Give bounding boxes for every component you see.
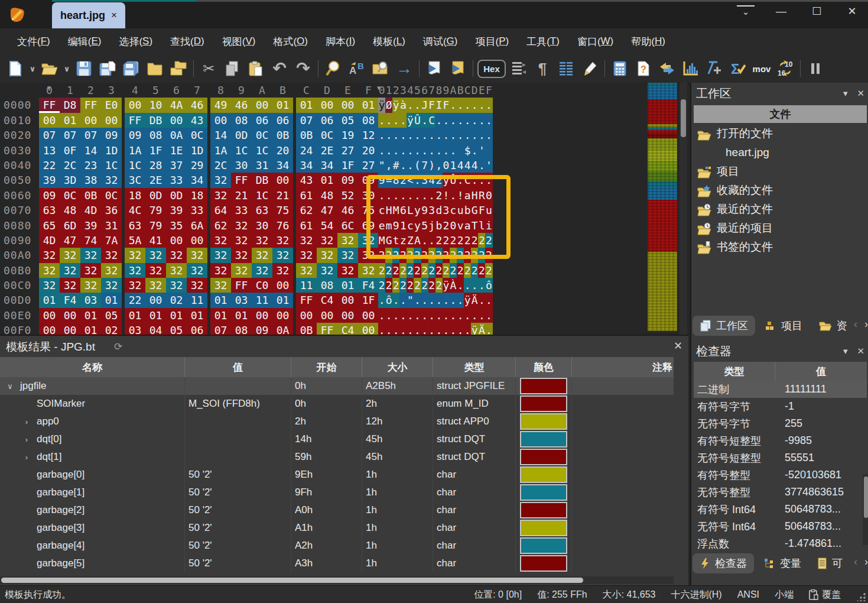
ascii-char[interactable]: . <box>399 158 407 173</box>
file-tab-close-icon[interactable]: × <box>111 9 117 21</box>
ascii-char[interactable]: . <box>457 173 464 187</box>
cell-name[interactable]: garbage[2] <box>0 501 185 519</box>
hex-byte[interactable]: 63 <box>39 203 60 218</box>
hex-byte[interactable]: 01 <box>317 173 337 187</box>
hex-byte[interactable]: 0D <box>231 128 252 142</box>
hex-byte[interactable]: 21 <box>272 188 293 203</box>
menu-item-i[interactable]: 脚本(I) <box>317 28 364 54</box>
hex-byte[interactable]: 30 <box>252 218 272 233</box>
hex-byte[interactable]: 18 <box>187 188 207 203</box>
hex-byte[interactable]: 0D <box>145 188 166 203</box>
ascii-char[interactable]: . <box>457 98 464 112</box>
hex-byte[interactable]: 27 <box>358 158 379 173</box>
ascii-char[interactable]: . <box>464 278 471 293</box>
find-in-files-icon[interactable] <box>369 57 392 80</box>
column-mode-icon[interactable] <box>554 57 578 80</box>
hex-byte[interactable]: 0C <box>187 128 207 142</box>
highlight-icon[interactable] <box>578 57 602 80</box>
column-header[interactable]: 大小 <box>362 357 433 377</box>
hex-byte[interactable]: 32 <box>101 263 122 278</box>
ascii-char[interactable]: . <box>428 188 435 203</box>
inspector-tab-variables[interactable]: 变量 <box>756 553 808 573</box>
hex-byte[interactable]: 7A <box>101 233 122 248</box>
ascii-char[interactable]: . <box>399 293 407 307</box>
hex-byte[interactable]: 00 <box>296 308 317 323</box>
hex-byte[interactable]: 6C <box>337 218 358 233</box>
hex-byte[interactable]: 43 <box>296 173 317 187</box>
ascii-char[interactable]: . <box>421 293 428 307</box>
ascii-char[interactable]: ÿ <box>378 98 385 112</box>
hex-byte[interactable]: 00 <box>187 233 207 248</box>
ascii-char[interactable]: R <box>478 188 485 203</box>
menu-item-d[interactable]: 查找(D) <box>161 28 213 54</box>
inspector-value[interactable]: -1.474861... <box>781 535 867 552</box>
ascii-char[interactable]: . <box>478 158 485 173</box>
ascii-char[interactable]: 2 <box>378 278 385 293</box>
table-row[interactable]: garbage[5]50 '2'A3h1hchar <box>0 555 674 572</box>
ascii-char[interactable]: . <box>464 128 471 142</box>
hex-byte[interactable]: 75 <box>358 203 379 218</box>
ascii-char[interactable]: 2 <box>464 233 471 248</box>
ascii-char[interactable]: Z <box>407 233 414 248</box>
ascii-char[interactable]: . <box>421 233 428 248</box>
hex-byte[interactable]: 14 <box>210 128 231 142</box>
hex-byte[interactable]: 01 <box>272 98 293 112</box>
hex-byte[interactable]: 0D <box>166 188 187 203</box>
ascii-char[interactable]: F <box>478 203 485 218</box>
hex-byte[interactable]: 01 <box>101 293 122 307</box>
hex-byte[interactable]: 00 <box>39 308 60 323</box>
hex-byte[interactable]: 1C <box>101 158 122 173</box>
ascii-char[interactable]: . <box>457 293 464 307</box>
ascii-char[interactable]: . <box>392 308 399 323</box>
cell-name[interactable]: garbage[4] <box>0 537 185 555</box>
cell-comment[interactable] <box>572 466 674 484</box>
disassembly-icon[interactable]: mov <box>750 57 773 80</box>
swap-byte-order-icon[interactable] <box>655 57 679 80</box>
hex-byte[interactable]: 32 <box>125 263 145 278</box>
find-icon[interactable] <box>321 57 345 80</box>
inspector-row[interactable]: 无符号整型3774863615 <box>694 484 867 501</box>
ascii-char[interactable]: . <box>464 113 471 128</box>
ascii-char[interactable]: y <box>414 218 421 233</box>
hex-byte[interactable]: C0 <box>252 278 272 293</box>
cell-color[interactable] <box>516 484 572 501</box>
hex-row[interactable]: 00E000000105010101010101000000000000....… <box>0 308 644 323</box>
menu-item-g[interactable]: 调试(G) <box>414 28 467 54</box>
ascii-char[interactable]: . <box>428 128 435 142</box>
workspace-item[interactable]: 收藏的文件 <box>691 181 868 200</box>
cell-color[interactable] <box>516 501 572 519</box>
ascii-char[interactable]: . <box>399 188 407 203</box>
ascii-char[interactable]: . <box>471 173 478 187</box>
ascii-char[interactable]: 3 <box>428 203 435 218</box>
refresh-icon[interactable]: ⟳ <box>114 341 122 353</box>
hex-byte[interactable]: 32 <box>166 263 187 278</box>
table-row[interactable]: garbage[3]50 '2'A1h1hchar <box>0 519 674 537</box>
ascii-char[interactable]: 2 <box>443 218 450 233</box>
cell-start[interactable]: 9Fh <box>291 484 362 501</box>
ascii-char[interactable]: . <box>399 128 407 142</box>
checksum-icon[interactable]: Σ <box>726 57 750 80</box>
ascii-char[interactable]: H <box>385 203 392 218</box>
scrollbar-thumb[interactable] <box>681 99 686 137</box>
hex-byte[interactable]: 32 <box>337 233 358 248</box>
hex-row[interactable]: 0030130F141D1A1F1E1D1A1C1C20242E2720....… <box>0 143 644 158</box>
histogram-icon[interactable] <box>679 57 703 80</box>
ascii-char[interactable]: 2 <box>392 248 399 262</box>
ascii-char[interactable]: 2 <box>471 263 478 278</box>
resize-grip[interactable] <box>857 593 866 601</box>
hex-byte[interactable]: 32 <box>166 248 187 262</box>
hex-byte[interactable]: 11 <box>187 293 207 307</box>
hex-row[interactable]: 0050393D38323C2E333432FFDB00430109099=82… <box>0 173 644 187</box>
inspector-scrollbar[interactable] <box>863 474 868 545</box>
ascii-char[interactable]: . <box>407 308 414 323</box>
cell-value[interactable] <box>185 430 291 448</box>
ascii-char[interactable]: 2 <box>443 263 450 278</box>
hex-byte[interactable]: 6D <box>60 218 80 233</box>
hex-byte[interactable]: 03 <box>231 293 252 307</box>
ascii-char[interactable]: ô <box>385 293 392 307</box>
cell-value[interactable]: 50 '2' <box>185 537 291 555</box>
ascii-char[interactable]: ' <box>485 158 492 173</box>
ascii-char[interactable]: ÿ <box>464 293 471 307</box>
cell-name[interactable]: ›app0 <box>0 413 185 430</box>
hex-byte[interactable]: 1F <box>358 293 379 307</box>
